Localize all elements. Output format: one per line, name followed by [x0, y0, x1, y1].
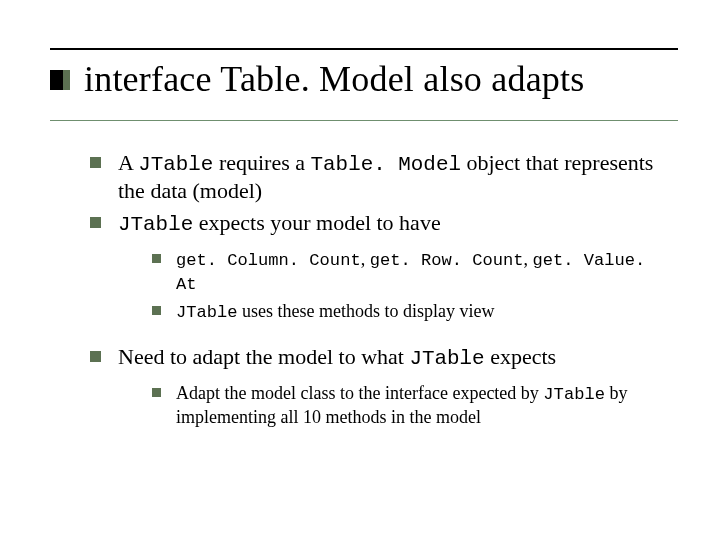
code-span: JTable: [409, 347, 484, 370]
divider-bottom: [50, 120, 678, 121]
title-bullet-icon: [50, 70, 70, 90]
list-item: Need to adapt the model to what JTable e…: [90, 344, 670, 429]
text: uses these methods to display view: [238, 301, 495, 321]
title-row: interface Table. Model also adapts: [50, 60, 678, 100]
code-span: Table. Model: [311, 153, 461, 176]
list-item: A JTable requires a Table. Model object …: [90, 150, 670, 204]
sub-bullet-list: Adapt the model class to the interface e…: [118, 382, 670, 430]
slide-body: A JTable requires a Table. Model object …: [90, 150, 670, 444]
text: expects your model to have: [193, 210, 440, 235]
code-span: JTable: [118, 213, 193, 236]
text: Adapt the model class to the interface e…: [176, 383, 543, 403]
code-span: JTable: [176, 303, 238, 322]
text: ,: [361, 249, 370, 269]
text: expects: [485, 344, 556, 369]
text: Need to adapt the model to what: [118, 344, 409, 369]
slide: interface Table. Model also adapts A JTa…: [0, 0, 720, 540]
code-span: JTable: [138, 153, 213, 176]
text: ,: [524, 249, 533, 269]
list-item: JTable uses these methods to display vie…: [152, 300, 670, 324]
list-item: get. Column. Count, get. Row. Count, get…: [152, 248, 670, 296]
code-span: get. Column. Count: [176, 251, 361, 270]
list-item: Adapt the model class to the interface e…: [152, 382, 670, 430]
divider-top: [50, 48, 678, 50]
text: requires a: [213, 150, 310, 175]
code-span: JTable: [543, 385, 605, 404]
text: A: [118, 150, 138, 175]
list-item: JTable expects your model to have get. C…: [90, 210, 670, 324]
slide-title: interface Table. Model also adapts: [84, 60, 584, 100]
code-span: get. Row. Count: [370, 251, 524, 270]
sub-bullet-list: get. Column. Count, get. Row. Count, get…: [118, 248, 670, 325]
bullet-list: A JTable requires a Table. Model object …: [90, 150, 670, 430]
